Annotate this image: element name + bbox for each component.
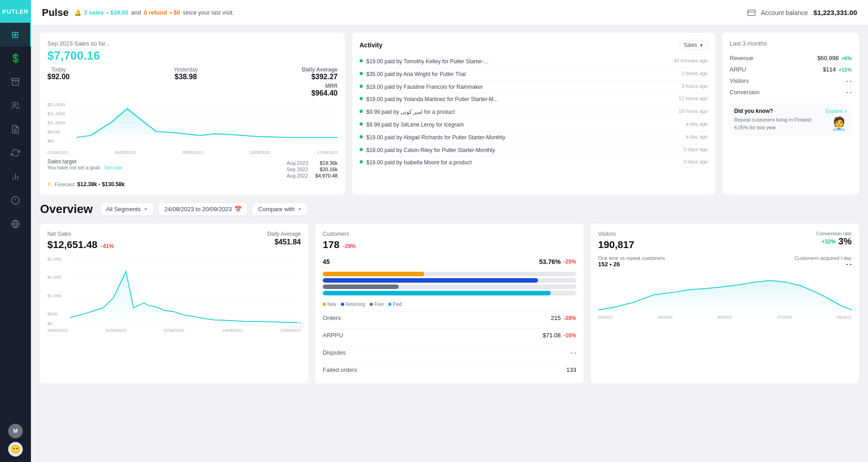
stats-card: Last 3 months Revenue $60,998 +6% ARPU $… [722,33,859,195]
activity-card: Activity Sales ▼ $19.00 paid by Tomothy … [352,33,715,195]
activity-text: $19.00 paid by Yolanda Martinez for Putl… [366,96,671,103]
target-row-aug2022: Aug 2022 $4,970.48 [287,173,338,178]
bar-row-4 [323,291,576,295]
sidebar: PUTLER ⊞ 💲 M 😶 [0,0,31,462]
pulse-chart: $2,000 $1,500 $1,000 $500 $0 [47,101,338,147]
connector: and [131,9,141,16]
activity-item: $9.99 paid by امیر کوتی for a product 18… [360,106,708,119]
activity-text: $19.00 paid by Isabella Moore for a prod… [366,159,676,167]
svg-text:$2,000: $2,000 [47,102,65,107]
activity-dot [360,122,363,126]
sidebar-item-dashboard[interactable]: ⊞ [0,23,31,46]
activity-text: $19.00 paid by Abigail Richards for Putl… [366,134,679,142]
stats-value: - - [846,77,852,84]
activity-filter-label: Sales [684,42,697,48]
segments-select[interactable]: All Segments ▼ [100,203,154,216]
visitors-value: 190,817 [598,239,635,251]
stats-row: Conversion - - [730,86,852,98]
activity-time: 3 days ago [683,159,708,164]
net-sales-chart-labels: 24/08/2023 31/08/2023 07/09/2023 14/09/2… [47,328,301,333]
activity-dot [360,97,363,100]
daily-avg-val-ov: $451.84 [267,238,301,246]
svg-text:$1,500: $1,500 [47,112,65,116]
activity-filter-btn[interactable]: Sales ▼ [680,40,708,50]
activity-item: $19.00 paid by Faustine Francois for Rai… [360,81,708,94]
net-sales-chart: $2,000 $1,500 $1,000 $500 $0 [47,254,301,327]
visitors-sub-row: One time vs repeat customers 152 • 26 Cu… [598,255,852,268]
net-sales-label: Net Sales [47,231,114,237]
dyk-text: Repeat customers living in Finland: 6.05… [734,116,827,131]
today-col: Today $92.00 [47,66,70,97]
activity-time: 12 hours ago [679,96,708,101]
activity-dot [360,148,363,151]
pulse-row: Sep 2023 Sales so far... $7,700.16 Today… [40,33,859,195]
bar-count: 45 [323,258,330,265]
activity-time: 3 days ago [683,147,708,152]
vcl-3: 05/2022 [717,315,732,320]
sidebar-item-customers[interactable] [0,94,31,117]
visitors-chart-labels: 01/2022 03/2022 05/2022 07/2022 09/2022 [598,315,852,320]
net-sales-left: Net Sales $12,651.48 -41% [47,231,114,252]
sidebar-item-reports[interactable] [0,117,31,141]
date-range-picker[interactable]: 24/08/2023 to 20/09/2023 📅 [158,203,248,216]
activity-time: 3 hours ago [681,83,708,89]
customers-badge: -29% [343,243,356,249]
reports-icon [11,125,20,134]
target-label-1: Aug 2023 [287,160,308,166]
orders-val-group: 215 -28% [551,315,576,321]
bar-row-3 [323,284,576,289]
sidebar-item-global[interactable] [0,212,31,236]
activity-item: $35.00 paid by Aria Wright for Putler Tr… [360,68,708,81]
compare-label: Compare with [258,206,294,213]
sidebar-item-insights[interactable] [0,188,31,212]
sidebar-item-subscription[interactable] [0,141,31,165]
sidebar-item-revenue[interactable]: 💲 [0,46,31,70]
vcl-5: 09/2022 [837,315,852,320]
conv-val: 3% [838,236,852,247]
bar-fill-4 [323,291,551,295]
topbar-right: Account balance $1,223,331.00 [747,9,857,17]
orders-badge: -28% [563,315,576,321]
account-balance-value: $1,223,331.00 [813,9,857,16]
activity-dot [360,85,363,88]
sales-target-title: Sales target [47,158,122,165]
dyk-body: Repeat customers living in Finland: 6.05… [734,116,847,131]
chart-label-3: 09/09/2023 [182,150,203,155]
visitors-val-row: 190,817 [598,239,635,251]
overview-header: Overview All Segments ▼ 24/08/2023 to 20… [40,202,859,216]
yesterday-label: Yesterday [174,66,198,73]
visitors-chart [598,269,852,315]
svg-rect-12 [747,10,755,15]
sidebar-logo: PUTLER [0,0,31,23]
bar-fill-1 [323,272,424,276]
avatar-m[interactable]: M [8,424,23,438]
stats-rows: Revenue $60,998 +6% ARPU $114 +11% Visit… [730,52,852,98]
target-val-2: $20.16k [320,167,338,172]
stats-values: $60,998 +6% [817,55,852,61]
dyk-explore-btn[interactable]: Explore > [826,108,847,114]
visitors-card: Visitors 190,817 Conversion rate +32% 3% [591,223,859,383]
activity-text: $35.00 paid by Aria Wright for Putler Tr… [366,71,674,78]
topbar-left: Pulse 🔔 2 sales • $38.00 and 0 refund • … [42,7,234,19]
global-icon [11,219,20,228]
customers-title: Customers [323,231,576,237]
set-now-link[interactable]: Set now [104,165,122,170]
activity-item: $9.99 paid by SéLène Leroy for Icegram a… [360,119,708,132]
stats-value: - - [846,89,852,96]
pulse-chart-labels: 01/09/2023 05/09/2023 09/09/2023 13/09/2… [47,150,338,155]
avatar-emoji[interactable]: 😶 [8,442,23,457]
target-val-1: $19.36k [320,160,338,166]
arppu-row: ARPPU $71.08 -16% [323,329,576,341]
daily-avg-label: Daily Average [302,66,338,73]
compare-with-btn[interactable]: Compare with ▼ [252,203,308,216]
activity-text: $19.00 paid by Tomothy Kelley for Putler… [366,58,666,66]
legend-label-free: Free [374,302,384,307]
activity-title: Activity [360,41,383,49]
sidebar-item-analytics[interactable] [0,165,31,188]
stats-label: Visitors [730,77,749,84]
customers-section: Customers 178 -29% 45 53.76% -25% [323,231,576,376]
svg-text:$500: $500 [47,312,58,317]
sidebar-item-archive[interactable] [0,70,31,94]
stats-label: Revenue [730,55,753,61]
failed-label: Failed orders [323,366,357,373]
